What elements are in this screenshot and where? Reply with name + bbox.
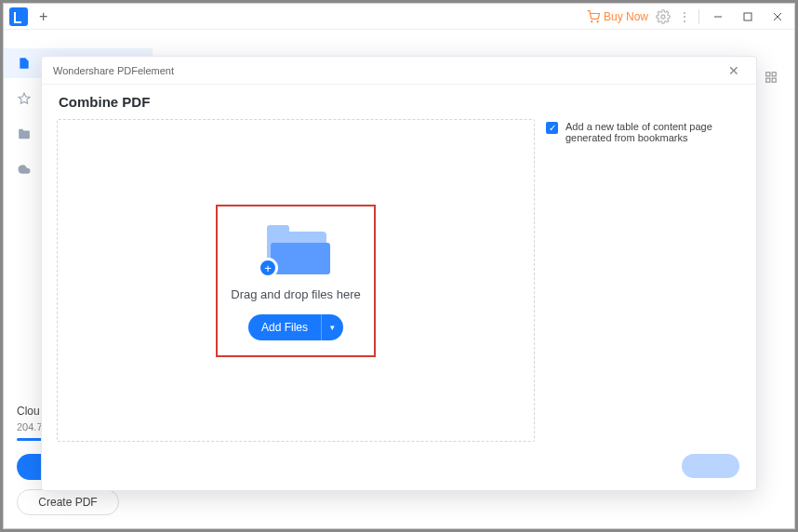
modal-titlebar: Wondershare PDFelement ✕ xyxy=(42,57,756,85)
svg-rect-10 xyxy=(772,78,776,82)
check-icon: ✓ xyxy=(549,124,556,133)
cart-icon xyxy=(587,10,600,23)
titlebar: + Buy Now ⋮ xyxy=(4,4,794,30)
minimize-button[interactable] xyxy=(707,7,729,26)
dropzone-highlight: + Drag and drop files here Add Files ▾ xyxy=(218,206,374,355)
modal-close-button[interactable]: ✕ xyxy=(723,61,745,80)
cloud-icon xyxy=(17,162,32,177)
svg-point-0 xyxy=(592,20,592,21)
app-window: + Buy Now ⋮ R S xyxy=(3,3,795,529)
create-pdf-label: Create PDF xyxy=(38,496,97,509)
new-tab-button[interactable]: + xyxy=(35,8,51,25)
modal-app-title: Wondershare PDFelement xyxy=(53,65,174,76)
svg-point-2 xyxy=(661,15,665,19)
add-files-button[interactable]: Add Files xyxy=(248,314,321,340)
app-logo-icon xyxy=(9,7,28,26)
svg-marker-7 xyxy=(19,93,30,103)
grid-view-icon[interactable] xyxy=(765,71,778,86)
svg-rect-9 xyxy=(772,73,776,76)
modal-footer xyxy=(42,449,756,490)
svg-point-1 xyxy=(597,20,598,21)
maximize-button[interactable] xyxy=(737,7,759,26)
close-window-button[interactable] xyxy=(766,7,789,26)
modal-title: Combine PDF xyxy=(42,85,756,119)
svg-rect-4 xyxy=(744,13,751,20)
menu-button[interactable]: ⋮ xyxy=(678,9,691,24)
folder-add-icon: + xyxy=(263,228,328,274)
buy-now-button[interactable]: Buy Now xyxy=(587,10,648,23)
apply-button[interactable] xyxy=(682,454,739,478)
toc-checkbox[interactable]: ✓ xyxy=(546,122,558,134)
plus-icon: + xyxy=(258,258,278,278)
main-area: R S R D Clou 204.7 Create PDF xyxy=(4,30,794,528)
dropzone-text: Drag and drop files here xyxy=(231,287,360,301)
add-files-split-button: Add Files ▾ xyxy=(248,314,343,340)
toc-option-label: Add a new table of content page generate… xyxy=(565,121,741,143)
document-icon xyxy=(17,56,32,71)
settings-icon[interactable] xyxy=(656,9,671,24)
file-dropzone[interactable]: + Drag and drop files here Add Files ▾ xyxy=(57,119,535,442)
add-files-dropdown[interactable]: ▾ xyxy=(321,314,343,340)
chevron-down-icon: ▾ xyxy=(330,323,335,332)
svg-rect-11 xyxy=(766,78,770,82)
options-panel: ✓ Add a new table of content page genera… xyxy=(546,119,741,442)
folder-icon xyxy=(17,126,32,141)
svg-rect-8 xyxy=(766,73,770,76)
create-pdf-button[interactable]: Create PDF xyxy=(17,489,119,515)
star-icon xyxy=(17,91,32,106)
combine-pdf-modal: Wondershare PDFelement ✕ Combine PDF + D… xyxy=(41,56,757,491)
buy-now-label: Buy Now xyxy=(604,10,648,23)
